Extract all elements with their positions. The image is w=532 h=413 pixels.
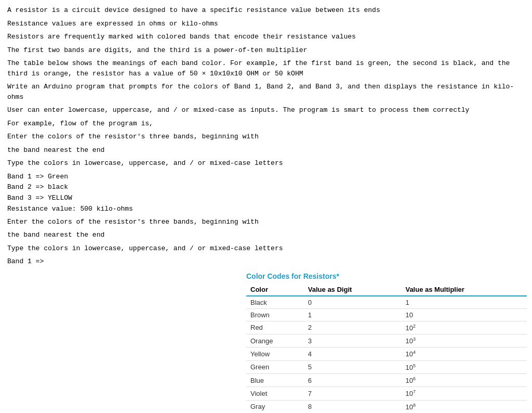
line7: User can enter lowercase, uppercase, and…	[7, 105, 525, 115]
digit-cell: 5	[304, 360, 402, 373]
table-row: Yellow4104	[246, 347, 527, 360]
table-row: Brown110	[246, 308, 527, 321]
multiplier-cell: 107	[401, 387, 527, 400]
line11a: Enter the colors of the resistor's three…	[7, 217, 525, 227]
example-intro-section: For example, flow of the program is,	[7, 119, 525, 129]
color-header: Color	[246, 283, 304, 296]
line11b: the band nearest the end	[7, 230, 525, 240]
resistance-values-section: Resistance values are expressed in ohms …	[7, 19, 525, 29]
multiplier-cell: 10	[401, 308, 527, 321]
color-cell: Violet	[246, 387, 304, 400]
band1-prompt-section: Band 1 =>	[7, 256, 525, 267]
line8: For example, flow of the program is,	[7, 119, 525, 129]
line4: The first two bands are digits, and the …	[7, 45, 525, 56]
band1-prompt: Band 1 =>	[7, 256, 525, 267]
color-codes-table-container: Color Codes for Resistors* Color Value a…	[246, 272, 527, 413]
table-title: Color Codes for Resistors*	[246, 272, 527, 280]
color-codes-table: Color Value as Digit Value as Multiplier…	[246, 283, 527, 413]
table-header-row: Color Value as Digit Value as Multiplier	[246, 283, 527, 296]
table-row: Gray8108	[246, 400, 527, 413]
colored-bands-section: Resistors are frequently marked with col…	[7, 32, 525, 42]
color-cell: Black	[246, 296, 304, 309]
color-cell: Blue	[246, 374, 304, 387]
main-content: A resistor is a circuit device designed …	[7, 5, 525, 413]
resistance-example: Resistance value: 500 kilo-ohms	[7, 204, 525, 215]
enter-colors-section1: Enter the colors of the resistor's three…	[7, 132, 525, 155]
digit-cell: 7	[304, 387, 402, 400]
multiplier-cell: 103	[401, 334, 527, 347]
type-colors-section1: Type the colors in lowercase, uppercase,…	[7, 158, 525, 169]
type-colors-section2: Type the colors in lowercase, uppercase,…	[7, 243, 525, 254]
two-bands-section: The first two bands are digits, and the …	[7, 45, 525, 56]
line9b: the band nearest the end	[7, 145, 525, 156]
table-row: Red2102	[246, 321, 527, 334]
user-input-section: User can enter lowercase, uppercase, and…	[7, 105, 525, 115]
table-row: Green5105	[246, 360, 527, 373]
table-row: Orange3103	[246, 334, 527, 347]
color-cell: Red	[246, 321, 304, 334]
line1: A resistor is a circuit device designed …	[7, 5, 525, 16]
color-cell: Yellow	[246, 347, 304, 360]
enter-colors-section2: Enter the colors of the resistor's three…	[7, 217, 525, 240]
table-below-section: The table below shows the meanings of ea…	[7, 58, 525, 79]
digit-cell: 1	[304, 308, 402, 321]
line3: Resistors are frequently marked with col…	[7, 32, 525, 42]
line5: The table below shows the meanings of ea…	[7, 58, 525, 79]
arduino-program-section: Write an Arduino program that prompts fo…	[7, 82, 525, 102]
table-row: Blue6106	[246, 374, 527, 387]
band3-example: Band 3 => YELLOW	[7, 193, 525, 204]
multiplier-header: Value as Multiplier	[401, 283, 527, 296]
digit-cell: 2	[304, 321, 402, 334]
digit-cell: 6	[304, 374, 402, 387]
multiplier-cell: 105	[401, 360, 527, 373]
band2-example: Band 2 => black	[7, 182, 525, 193]
line9a: Enter the colors of the resistor's three…	[7, 132, 525, 142]
line2: Resistance values are expressed in ohms …	[7, 19, 525, 29]
color-cell: Orange	[246, 334, 304, 347]
band1-example: Band 1 => Green	[7, 172, 525, 183]
example-bands-section: Band 1 => Green Band 2 => black Band 3 =…	[7, 172, 525, 215]
digit-header: Value as Digit	[304, 283, 402, 296]
intro-section: A resistor is a circuit device designed …	[7, 5, 525, 16]
line12: Type the colors in lowercase, uppercase,…	[7, 243, 525, 254]
table-row: Violet7107	[246, 387, 527, 400]
color-cell: Green	[246, 360, 304, 373]
color-cell: Brown	[246, 308, 304, 321]
multiplier-cell: 102	[401, 321, 527, 334]
digit-cell: 3	[304, 334, 402, 347]
table-row: Black01	[246, 296, 527, 309]
multiplier-cell: 1	[401, 296, 527, 309]
digit-cell: 0	[304, 296, 402, 309]
line10: Type the colors in lowercase, uppercase,…	[7, 158, 525, 169]
multiplier-cell: 108	[401, 400, 527, 413]
line6: Write an Arduino program that prompts fo…	[7, 82, 525, 102]
digit-cell: 8	[304, 400, 402, 413]
digit-cell: 4	[304, 347, 402, 360]
multiplier-cell: 106	[401, 374, 527, 387]
multiplier-cell: 104	[401, 347, 527, 360]
color-cell: Gray	[246, 400, 304, 413]
